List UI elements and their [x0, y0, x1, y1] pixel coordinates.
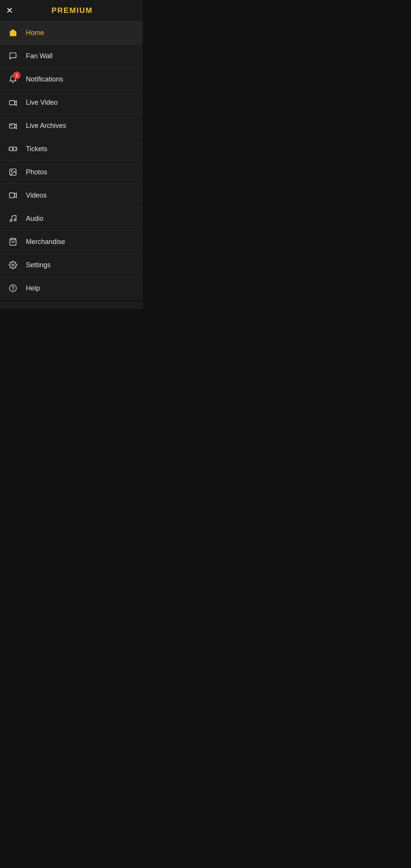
- videos-icon: [8, 190, 18, 201]
- menu-item-photos[interactable]: Photos: [0, 161, 143, 184]
- settings-icon: [8, 260, 18, 270]
- menu-item-tickets[interactable]: Tickets: [0, 137, 143, 161]
- svg-marker-10: [14, 193, 16, 198]
- menu-item-merchandise[interactable]: Merchandise: [0, 230, 143, 254]
- menu-item-home[interactable]: Home: [0, 21, 143, 45]
- menu-item-videos[interactable]: Videos: [0, 184, 143, 207]
- menu-label-live-video: Live Video: [26, 99, 135, 107]
- svg-point-8: [11, 170, 12, 171]
- menu-item-live-archives[interactable]: Live Archives: [0, 114, 143, 137]
- menu-list: Home Fan Wall 1 Notifications Live Video: [0, 21, 143, 309]
- svg-point-11: [10, 220, 12, 222]
- photos-icon: [8, 167, 18, 177]
- menu-label-tickets: Tickets: [26, 145, 135, 153]
- svg-rect-9: [10, 193, 14, 198]
- live-archives-icon: [8, 120, 18, 131]
- menu-label-settings: Settings: [26, 261, 135, 269]
- menu-item-live-video[interactable]: Live Video: [0, 91, 143, 114]
- audio-icon: [8, 213, 18, 224]
- notification-badge: 1: [13, 72, 21, 79]
- live-video-icon: [8, 97, 18, 108]
- svg-rect-0: [10, 101, 15, 105]
- menu-item-notifications[interactable]: 1 Notifications: [0, 68, 143, 91]
- menu-label-photos: Photos: [26, 168, 135, 176]
- menu-label-fan-wall: Fan Wall: [26, 52, 135, 60]
- menu-item-fan-wall[interactable]: Fan Wall: [0, 45, 143, 68]
- menu-item-audio[interactable]: Audio: [0, 207, 143, 230]
- logout-icon: [8, 308, 18, 309]
- merchandise-icon: [8, 236, 18, 247]
- fan-wall-icon: [8, 51, 18, 61]
- close-button[interactable]: ✕: [6, 6, 13, 15]
- svg-point-15: [10, 285, 16, 292]
- premium-label: PREMIUM: [19, 6, 125, 15]
- navigation-drawer: ✕ PREMIUM Home Fan Wall 1 Notifications: [0, 0, 143, 309]
- menu-label-merchandise: Merchandise: [26, 238, 135, 246]
- menu-label-videos: Videos: [26, 191, 135, 199]
- menu-label-notifications: Notifications: [26, 75, 135, 83]
- menu-item-help[interactable]: Help: [0, 277, 143, 300]
- drawer-header: ✕ PREMIUM: [0, 0, 143, 21]
- menu-label-logout: Log Out: [26, 309, 135, 310]
- svg-point-6: [12, 148, 14, 150]
- home-icon: [8, 27, 18, 38]
- tickets-icon: [8, 144, 18, 154]
- menu-item-logout[interactable]: Log Out: [0, 300, 143, 309]
- svg-point-14: [12, 264, 14, 266]
- menu-label-live-archives: Live Archives: [26, 122, 135, 130]
- svg-rect-2: [10, 124, 15, 128]
- menu-item-settings[interactable]: Settings: [0, 254, 143, 277]
- menu-label-home: Home: [26, 29, 135, 37]
- menu-label-help: Help: [26, 284, 135, 292]
- help-icon: [8, 283, 18, 294]
- menu-label-audio: Audio: [26, 215, 135, 223]
